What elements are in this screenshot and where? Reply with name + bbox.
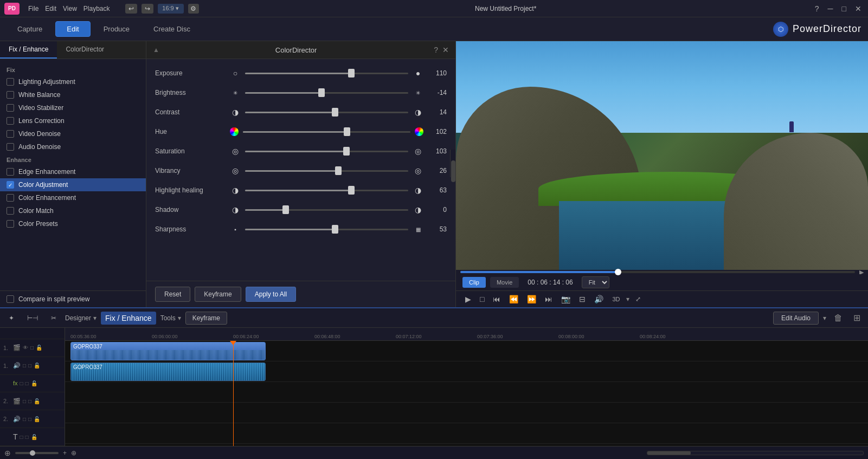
- checkbox-audio-denoise[interactable]: [7, 143, 14, 151]
- undo-icon[interactable]: ↩: [125, 4, 137, 14]
- step-back-btn[interactable]: ⏪: [506, 293, 521, 305]
- help-btn[interactable]: ?: [813, 4, 821, 13]
- tab-capture[interactable]: Capture: [7, 22, 53, 36]
- maximize-btn[interactable]: □: [840, 4, 848, 13]
- track-fx-lock-icon[interactable]: 🔓: [31, 380, 37, 386]
- next-frame-btn[interactable]: ⏭: [542, 293, 555, 305]
- video-clip-1[interactable]: GOPRO337: [70, 342, 266, 360]
- fix-enhance-btn[interactable]: Fix / Enhance: [101, 312, 156, 325]
- help-icon[interactable]: ?: [434, 46, 438, 54]
- track-1v-lock-icon[interactable]: 🔓: [36, 345, 42, 351]
- checkbox-video-stabilizer[interactable]: [7, 104, 14, 112]
- tab-produce[interactable]: Produce: [93, 22, 140, 36]
- hue-slider[interactable]: [243, 126, 410, 137]
- checkbox-color-match[interactable]: [7, 207, 14, 215]
- close-btn[interactable]: ✕: [853, 4, 864, 13]
- smart-tool-btn[interactable]: ✦: [4, 312, 18, 324]
- menu-file[interactable]: File: [28, 5, 38, 12]
- checkbox-lens-correction[interactable]: [7, 117, 14, 125]
- audio-clip-1[interactable]: GOPRO337: [70, 363, 266, 381]
- play-btn[interactable]: ▶: [462, 293, 474, 305]
- 3d-btn[interactable]: 3D: [609, 294, 622, 304]
- checkbox-edge-enhancement[interactable]: [7, 168, 14, 176]
- keyframe-button[interactable]: Keyframe: [195, 287, 241, 302]
- menu-view[interactable]: View: [63, 5, 77, 12]
- checkbox-color-presets[interactable]: [7, 220, 14, 228]
- progress-thumb[interactable]: [615, 269, 621, 275]
- zoom-out-icon[interactable]: ⊕: [71, 449, 76, 457]
- checkbox-lighting[interactable]: [7, 78, 14, 86]
- track-1v-eye-icon[interactable]: 👁: [23, 345, 28, 351]
- stop-btn[interactable]: □: [477, 293, 487, 305]
- edit-audio-btn[interactable]: Edit Audio: [773, 312, 819, 325]
- track-1a-eye-icon[interactable]: □: [23, 363, 26, 369]
- track-text-lock-icon[interactable]: 🔓: [31, 434, 37, 440]
- item-color-enhancement[interactable]: Color Enhancement: [0, 191, 146, 204]
- trim-tool-btn[interactable]: ✂: [47, 312, 61, 324]
- delete-clip-btn[interactable]: 🗑: [831, 312, 846, 324]
- designer-chevron-icon[interactable]: ▾: [93, 314, 97, 322]
- track-1v-mute-icon[interactable]: □: [30, 345, 34, 351]
- checkbox-color-adjustment[interactable]: [7, 181, 14, 189]
- track-2v-eye-icon[interactable]: □: [23, 398, 26, 404]
- saturation-slider[interactable]: [245, 146, 408, 157]
- vibrancy-slider[interactable]: [245, 165, 408, 176]
- keyframe-timeline-btn[interactable]: Keyframe: [185, 312, 227, 325]
- menu-edit[interactable]: Edit: [45, 5, 56, 12]
- menu-playback[interactable]: Playback: [83, 5, 110, 12]
- track-2v-lock-icon[interactable]: 🔓: [34, 398, 40, 404]
- track-1a-lock-icon[interactable]: 🔓: [34, 363, 40, 369]
- item-video-denoise[interactable]: Video Denoise: [0, 127, 146, 140]
- shadow-slider[interactable]: [245, 204, 408, 215]
- item-lighting-adjustment[interactable]: Lighting Adjustment: [0, 75, 146, 88]
- prev-frame-btn[interactable]: ⏮: [490, 293, 503, 305]
- split-preview-btn[interactable]: ⊟: [576, 293, 588, 305]
- item-lens-correction[interactable]: Lens Correction: [0, 114, 146, 127]
- window-controls[interactable]: ? ─ □ ✕: [813, 4, 864, 13]
- checkbox-color-enhancement[interactable]: [7, 194, 14, 202]
- movie-view-btn[interactable]: Movie: [490, 277, 519, 288]
- expand-icon[interactable]: ▾: [626, 295, 629, 303]
- tab-edit[interactable]: Edit: [55, 21, 90, 37]
- settings-icon[interactable]: ⚙: [188, 4, 199, 14]
- item-color-match[interactable]: Color Match: [0, 204, 146, 217]
- bottom-scrollbar[interactable]: [647, 451, 864, 455]
- track-fx-eye-icon[interactable]: □: [20, 380, 23, 386]
- split-tool-btn[interactable]: ⊢⊣: [23, 312, 42, 324]
- highlight-slider[interactable]: [245, 185, 408, 196]
- item-white-balance[interactable]: White Balance: [0, 88, 146, 101]
- detach-btn[interactable]: ⊞: [850, 312, 864, 324]
- close-panel-icon[interactable]: ✕: [442, 46, 449, 54]
- zoom-slider[interactable]: [15, 452, 59, 454]
- redo-icon[interactable]: ↪: [142, 4, 153, 14]
- timeline-add-track-icon[interactable]: ⊕: [4, 449, 11, 457]
- item-color-adjustment[interactable]: Color Adjustment: [0, 178, 146, 191]
- track-2a-mute-icon[interactable]: □: [28, 416, 31, 422]
- title-bar-menus[interactable]: File Edit View Playback: [28, 5, 110, 12]
- tools-chevron-icon[interactable]: ▾: [178, 314, 181, 322]
- track-2a-eye-icon[interactable]: □: [23, 416, 26, 422]
- item-audio-denoise[interactable]: Audio Denoise: [0, 140, 146, 153]
- brightness-slider[interactable]: [245, 87, 408, 98]
- item-color-presets[interactable]: Color Presets: [0, 217, 146, 230]
- edit-audio-chevron-icon[interactable]: ▾: [823, 314, 826, 322]
- item-video-stabilizer[interactable]: Video Stabilizer: [0, 101, 146, 114]
- scroll-thumb[interactable]: [451, 160, 455, 182]
- track-1a-mute-icon[interactable]: □: [28, 363, 31, 369]
- compare-checkbox[interactable]: [7, 295, 14, 303]
- tab-create-disc[interactable]: Create Disc: [143, 22, 201, 36]
- zoom-in-icon[interactable]: +: [63, 449, 67, 457]
- checkbox-video-denoise[interactable]: [7, 130, 14, 138]
- minimize-btn[interactable]: ─: [826, 4, 835, 13]
- item-edge-enhancement[interactable]: Edge Enhancement: [0, 165, 146, 178]
- track-2a-lock-icon[interactable]: 🔓: [34, 416, 40, 422]
- fullscreen-btn[interactable]: ⤢: [633, 294, 644, 305]
- exposure-slider[interactable]: [245, 68, 408, 79]
- track-fx-mute-icon[interactable]: □: [25, 380, 29, 386]
- zoom-thumb[interactable]: [30, 450, 35, 456]
- track-text-eye-icon[interactable]: □: [20, 434, 23, 440]
- reset-button[interactable]: Reset: [155, 287, 190, 302]
- preview-progress-bar[interactable]: ▶: [456, 270, 868, 274]
- res-dropdown[interactable]: 16:9 ▾: [158, 4, 184, 14]
- snapshot-btn[interactable]: 📷: [558, 293, 573, 305]
